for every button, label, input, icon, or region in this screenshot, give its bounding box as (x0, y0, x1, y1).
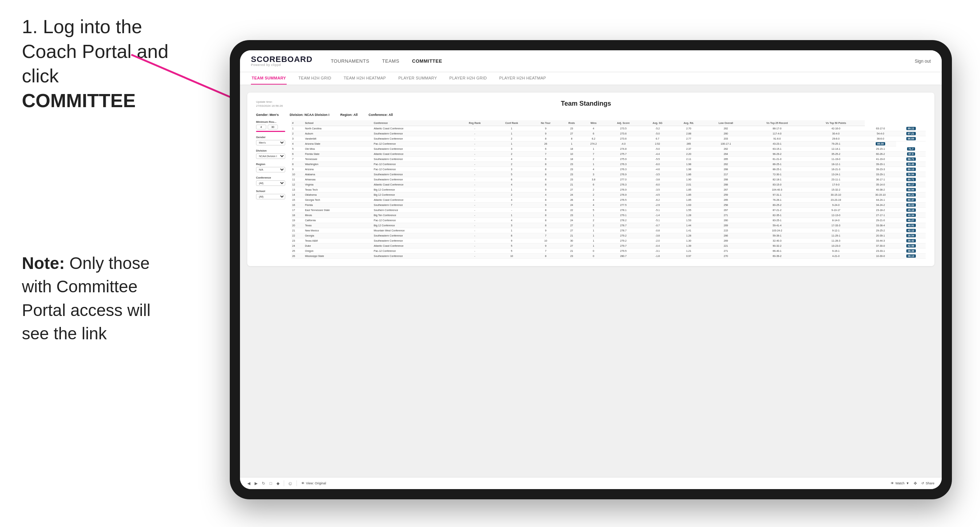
filter-region-select[interactable]: N/A (256, 167, 285, 172)
cell-9-0: 10 (291, 172, 304, 177)
cell-18-14: 29-21-0 (865, 218, 896, 223)
toolbar-btn-reload[interactable]: ↻ (262, 481, 265, 486)
cell-3-12: 43-23-1 (747, 141, 807, 146)
nav-teams[interactable]: TEAMS (382, 57, 399, 65)
filter-min-input[interactable] (256, 125, 266, 129)
cell-13-1: Oklahoma (304, 192, 373, 198)
cell-17-6: 23 (561, 213, 582, 218)
note-text: Note: Only those with Committee Portal a… (22, 251, 161, 346)
cell-14-5: 8 (531, 198, 561, 203)
app-header: SCOREBOARD Powered by clippd TOURNAMENTS… (240, 50, 942, 72)
cell-2-13: 29-6-0 (807, 136, 865, 141)
filter-group-min-rou: Minimum Rou... (256, 120, 285, 132)
cell-7-8: 276.3 (605, 162, 642, 167)
toolbar-btn-share-alt[interactable]: □ (269, 481, 272, 486)
cell-17-5: 8 (531, 213, 561, 218)
cell-23-2: Atlantic Coast Conference (373, 243, 457, 249)
cell-18-4: 4 (493, 218, 531, 223)
cell-14-9: -6.2 (642, 198, 673, 203)
cell-10-7: 3.8 (582, 177, 605, 182)
watch-btn[interactable]: 👁 Watch ▼ (891, 481, 909, 485)
cell-21-3: - (457, 233, 493, 238)
cell-18-8: 278.2 (605, 218, 642, 223)
share-btn[interactable]: ↺ Share (921, 481, 934, 485)
cell-3-3: - (457, 141, 493, 146)
cell-16-15: 49.16 (896, 208, 926, 213)
cell-12-11: 267 (705, 187, 747, 192)
main-content: Update time: 27/03/2024 16:56:26 Team St… (240, 85, 942, 477)
nav-tournaments[interactable]: TOURNAMENTS (331, 57, 369, 65)
cell-22-14: 33-44-3 (865, 238, 896, 243)
cell-24-9: -3.1 (642, 249, 673, 254)
cell-2-4: 2 (493, 136, 531, 141)
filter-school-select[interactable]: (All) (256, 194, 285, 199)
filter-gender-label: Gender (256, 136, 285, 139)
cell-12-10: 1.85 (673, 187, 705, 192)
filter-max-input[interactable] (268, 125, 278, 129)
conference-label: Conference: (368, 113, 388, 117)
cell-9-12: 72-30-1 (747, 172, 807, 177)
cell-17-2: Big Ten Conference (373, 213, 457, 218)
cell-9-7: 3 (582, 172, 605, 177)
cell-20-11: 215 (705, 228, 747, 233)
sub-nav-player-summary[interactable]: PLAYER SUMMARY (398, 72, 438, 84)
cell-21-14: 20-39-1 (865, 233, 896, 238)
cell-14-6: 26 (561, 198, 582, 203)
table-row: 3VanderbiltSoutheastern Conference-2886.… (291, 136, 926, 141)
sub-nav-player-h2h-heatmap[interactable]: PLAYER H2H HEATMAP (499, 72, 547, 84)
toolbar-btn-clock[interactable]: ◵ (288, 481, 292, 486)
cell-6-1: Tennessee (304, 157, 373, 162)
sub-nav-team-h2h-grid[interactable]: TEAM H2H GRID (298, 72, 332, 84)
filters-row: Gender: Men's Division: NCAA Division I … (256, 113, 926, 117)
cell-15-9: -2.9 (642, 203, 673, 208)
table-header-row: # School Conference Reg Rank Conf Rank N… (291, 120, 926, 126)
cell-23-6: 27 (561, 243, 582, 249)
sub-nav-team-summary[interactable]: TEAM SUMMARY (251, 72, 287, 84)
cell-5-1: Florida State (304, 152, 373, 157)
cell-21-9: -3.8 (642, 233, 673, 238)
filter-conference-select[interactable]: (All) (256, 180, 285, 186)
cell-13-15: 60.21 (896, 192, 926, 198)
cell-24-1: Oregon (304, 249, 373, 254)
cell-25-10: 0.97 (673, 254, 705, 259)
cell-9-14: 33-29-1 (865, 172, 896, 177)
sub-nav-player-h2h-grid[interactable]: PLAYER H2H GRID (449, 72, 488, 84)
table-row: 14OklahomaBig 12 Conference-24242276.9-4… (291, 192, 926, 198)
col-rnds: Rnds (561, 120, 582, 126)
cell-1-10: 2.88 (673, 131, 705, 136)
cell-9-9: -3.5 (642, 172, 673, 177)
cell-21-6: 21 (561, 233, 582, 238)
cell-10-2: Southeastern Conference (373, 177, 457, 182)
nav-committee[interactable]: COMMITTEE (412, 57, 442, 65)
sub-nav-team-h2h-heatmap[interactable]: TEAM H2H HEATMAP (343, 72, 387, 84)
filter-gender-select[interactable]: Men's (256, 140, 285, 145)
cell-23-13: 10-23-0 (807, 243, 865, 249)
cell-18-9: -5.1 (642, 218, 673, 223)
cell-18-11: 260 (705, 218, 747, 223)
cell-19-9: -0.7 (642, 223, 673, 228)
cell-17-9: -1.4 (642, 213, 673, 218)
sign-out[interactable]: Sign out (915, 59, 931, 64)
filter-division-select[interactable]: NCAA Division I (256, 154, 285, 159)
cell-15-14: 34-24-2 (865, 203, 896, 208)
toolbar-btn-forward[interactable]: ▶ (255, 481, 258, 486)
cell-18-13: 8-14-0 (807, 218, 865, 223)
view-original-btn[interactable]: 👁 View: Original (301, 481, 326, 485)
cell-7-11: 262 (705, 162, 747, 167)
table-row: 25OregonPac-12 Conference-57210279.5-3.1… (291, 249, 926, 254)
col-avg-sg: Avg. SG (642, 120, 673, 126)
cell-20-9: -0.8 (642, 228, 673, 233)
cell-20-1: New Mexico (304, 228, 373, 233)
table-row: 26Mississippi StateSoutheastern Conferen… (291, 254, 926, 259)
cell-2-2: Southeastern Conference (373, 136, 457, 141)
table-row: 5Ole MissSoutheastern Conference-3618127… (291, 146, 926, 152)
toolbar-btn-bookmark[interactable]: ◆ (277, 481, 279, 486)
toolbar-btn-expand[interactable]: ✥ (914, 481, 917, 486)
cell-15-6: 24 (561, 203, 582, 208)
cell-16-9: -5.1 (642, 208, 673, 213)
col-adj-score: Adj. Score (605, 120, 642, 126)
gender-value: Men's (269, 113, 278, 117)
cell-19-15: 46.91 (896, 223, 926, 228)
toolbar-btn-back[interactable]: ◀ (247, 481, 250, 486)
cell-15-12: 80-25-2 (747, 203, 807, 208)
